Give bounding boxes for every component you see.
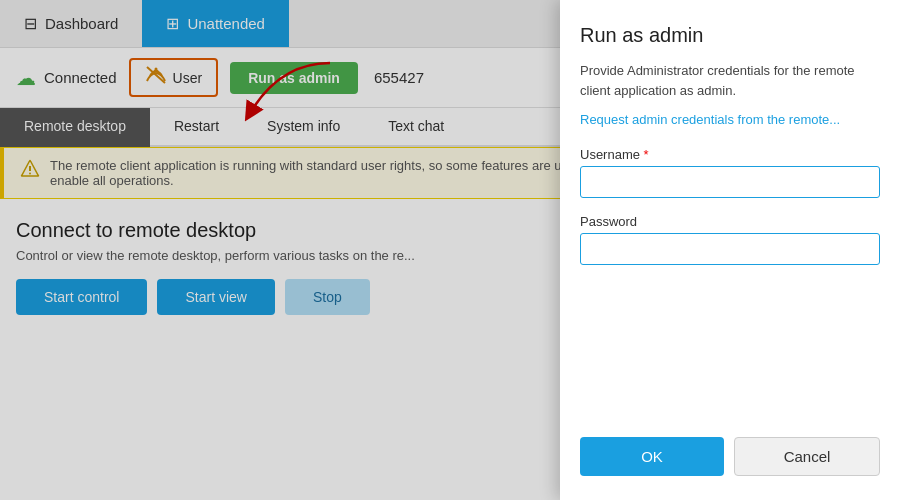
- modal-title: Run as admin: [580, 24, 880, 47]
- username-field-group: Username *: [580, 147, 880, 214]
- ok-button[interactable]: OK: [580, 437, 724, 476]
- password-label: Password: [580, 214, 880, 229]
- run-as-admin-modal: Run as admin Provide Administrator crede…: [560, 0, 900, 500]
- required-star: *: [644, 147, 649, 162]
- username-label: Username *: [580, 147, 880, 162]
- modal-description: Provide Administrator credentials for th…: [580, 61, 880, 100]
- username-input[interactable]: [580, 166, 880, 198]
- password-input[interactable]: [580, 233, 880, 265]
- password-field-group: Password: [580, 214, 880, 281]
- request-admin-link[interactable]: Request admin credentials from the remot…: [580, 112, 880, 127]
- modal-actions: OK Cancel: [580, 437, 880, 476]
- cancel-button[interactable]: Cancel: [734, 437, 880, 476]
